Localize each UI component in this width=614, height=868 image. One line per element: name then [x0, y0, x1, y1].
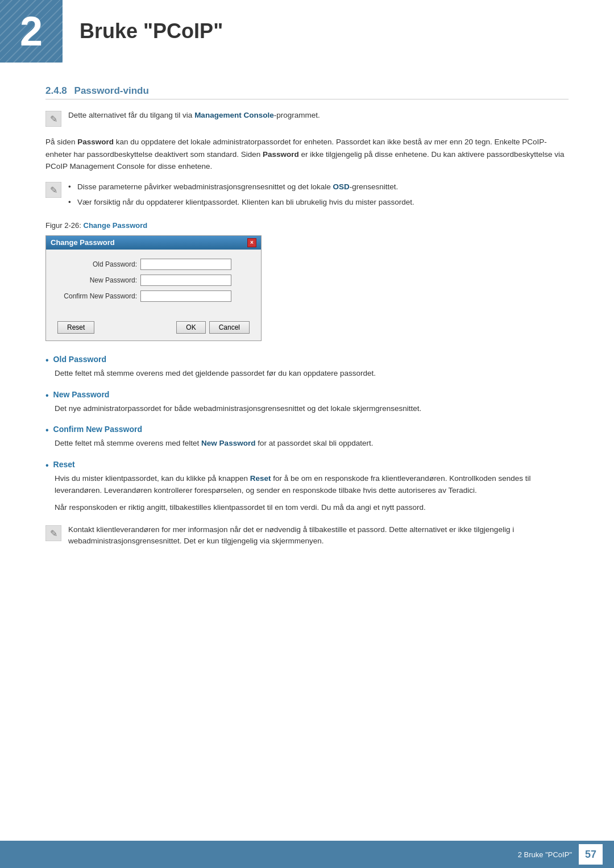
section-heading: 2.4.8 Password-vindu	[45, 85, 569, 99]
dialog-field-row-confirm: Confirm New Password:	[57, 290, 250, 302]
note-icon-2: ✎	[45, 182, 61, 198]
term-desc-confirm: Dette feltet må stemme overens med felte…	[45, 437, 569, 450]
page-footer: 2 Bruke "PCoIP" 57	[0, 841, 614, 868]
final-note-block: ✎ Kontakt klientleverandøren for mer inf…	[45, 524, 569, 547]
dialog-close-button[interactable]: ×	[247, 238, 256, 247]
svg-text:✎: ✎	[50, 529, 57, 538]
term-bullet-row-old: • Old Password	[45, 355, 569, 365]
section-number: 2.4.8	[45, 85, 67, 96]
dialog-body: Old Password: New Password: Confirm New …	[46, 250, 261, 315]
term-bullet-row-confirm: • Confirm New Password	[45, 425, 569, 435]
note-block-1: ✎ Dette alternativet får du tilgang til …	[45, 110, 569, 127]
dialog-field-row-new: New Password:	[57, 275, 250, 286]
body-paragraph: På siden Password kan du oppdatere det l…	[45, 136, 569, 173]
dialog-window: Change Password × Old Password: New Pass…	[45, 235, 262, 341]
reset-button[interactable]: Reset	[57, 321, 94, 334]
bullet-note-block: ✎ Disse parameterne påvirker webadminist…	[45, 181, 569, 212]
chapter-title-area: Bruke "PCoIP"	[63, 0, 614, 63]
bullet-item-2: Vær forsiktig når du oppdaterer klientpa…	[68, 196, 414, 209]
dialog-title: Change Password	[51, 238, 115, 247]
ok-button[interactable]: OK	[176, 321, 205, 334]
note-text-1: Dette alternativet får du tilgang til vi…	[68, 110, 320, 121]
footer-chapter-text: 2 Bruke "PCoIP"	[518, 850, 572, 859]
term-title-new: New Password	[53, 390, 110, 399]
new-password-input[interactable]	[140, 275, 231, 286]
final-note-text: Kontakt klientleverandøren for mer infor…	[68, 524, 569, 547]
main-content: 2.4.8 Password-vindu ✎ Dette alternative…	[0, 63, 614, 841]
dialog-buttons: Reset OK Cancel	[46, 315, 261, 340]
term-title-confirm: Confirm New Password	[53, 425, 142, 434]
confirm-password-label: Confirm New Password:	[57, 292, 137, 300]
dialog-field-row-old: Old Password:	[57, 259, 250, 270]
term-bullet-row-reset: • Reset	[45, 460, 569, 470]
term-title-old: Old Password	[53, 355, 106, 364]
term-desc-reset: Hvis du mister klientpassordet, kan du k…	[45, 472, 569, 514]
dialog-titlebar: Change Password ×	[46, 236, 261, 250]
note-icon-1: ✎	[45, 111, 61, 127]
chapter-title: Bruke "PCoIP"	[80, 19, 223, 43]
svg-text:✎: ✎	[50, 114, 57, 124]
bullet-item-1: Disse parameterne påvirker webadministra…	[68, 181, 414, 193]
bullets-list: Disse parameterne påvirker webadministra…	[68, 181, 414, 212]
term-reset: • Reset Hvis du mister klientpassordet, …	[45, 460, 569, 514]
confirm-password-input[interactable]	[140, 290, 231, 302]
page: 2 Bruke "PCoIP" 2.4.8 Password-vindu ✎ D…	[0, 0, 614, 868]
chapter-header: 2 Bruke "PCoIP"	[0, 0, 614, 63]
figure-caption: Figur 2-26: Change Password	[45, 221, 569, 230]
term-desc-old: Dette feltet må stemme overens med det g…	[45, 367, 569, 380]
term-new-password: • New Password Det nye administratorpass…	[45, 390, 569, 415]
note-icon-3: ✎	[45, 525, 61, 541]
section-title: Password-vindu	[74, 85, 149, 96]
svg-text:✎: ✎	[50, 185, 57, 195]
chapter-number-block: 2	[0, 0, 63, 63]
footer-page-number: 57	[579, 844, 603, 865]
cancel-button[interactable]: Cancel	[209, 321, 250, 334]
chapter-number: 2	[20, 11, 43, 52]
term-old-password: • Old Password Dette feltet må stemme ov…	[45, 355, 569, 380]
old-password-input[interactable]	[140, 259, 231, 270]
term-title-reset: Reset	[53, 460, 75, 469]
term-confirm-password: • Confirm New Password Dette feltet må s…	[45, 425, 569, 450]
term-bullet-row-new: • New Password	[45, 390, 569, 400]
old-password-label: Old Password:	[57, 260, 137, 268]
new-password-label: New Password:	[57, 276, 137, 284]
term-desc-new: Det nye administratorpassordet for både …	[45, 402, 569, 415]
